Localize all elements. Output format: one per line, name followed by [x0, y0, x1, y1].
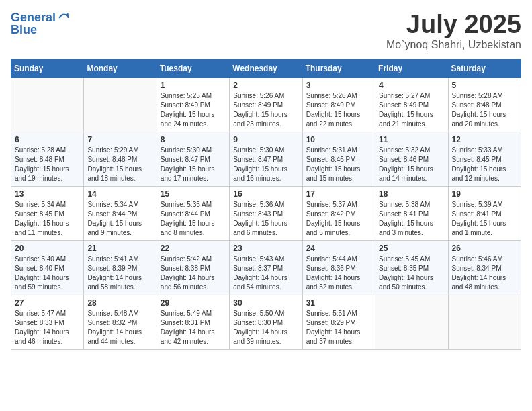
- calendar-cell: 14Sunrise: 5:34 AM Sunset: 8:44 PM Dayli…: [84, 186, 157, 240]
- calendar-cell: 30Sunrise: 5:50 AM Sunset: 8:30 PM Dayli…: [230, 295, 302, 349]
- calendar-cell: 9Sunrise: 5:30 AM Sunset: 8:47 PM Daylig…: [230, 132, 302, 186]
- day-number: 22: [161, 244, 226, 253]
- day-number: 9: [233, 135, 298, 144]
- calendar-cell: 20Sunrise: 5:40 AM Sunset: 8:40 PM Dayli…: [11, 240, 84, 295]
- calendar-cell: 1Sunrise: 5:25 AM Sunset: 8:49 PM Daylig…: [157, 77, 229, 132]
- calendar-cell: 2Sunrise: 5:26 AM Sunset: 8:49 PM Daylig…: [230, 77, 302, 132]
- day-number: 15: [161, 189, 226, 199]
- calendar-cell: 13Sunrise: 5:34 AM Sunset: 8:45 PM Dayli…: [11, 186, 84, 240]
- calendar-cell: 25Sunrise: 5:45 AM Sunset: 8:35 PM Dayli…: [375, 240, 448, 295]
- calendar-cell: [375, 295, 448, 349]
- logo-icon: [57, 11, 71, 25]
- day-number: 7: [87, 135, 152, 144]
- day-number: 25: [379, 244, 444, 253]
- calendar-cell: 21Sunrise: 5:41 AM Sunset: 8:39 PM Dayli…: [84, 240, 157, 295]
- cell-text: Sunrise: 5:34 AM Sunset: 8:45 PM Dayligh…: [15, 200, 80, 238]
- cell-text: Sunrise: 5:32 AM Sunset: 8:46 PM Dayligh…: [379, 146, 444, 183]
- cell-text: Sunrise: 5:50 AM Sunset: 8:30 PM Dayligh…: [233, 309, 298, 347]
- calendar-cell: 31Sunrise: 5:51 AM Sunset: 8:29 PM Dayli…: [302, 295, 375, 349]
- cell-text: Sunrise: 5:37 AM Sunset: 8:42 PM Dayligh…: [306, 200, 371, 238]
- calendar-table: SundayMondayTuesdayWednesdayThursdayFrid…: [11, 59, 521, 350]
- cell-text: Sunrise: 5:47 AM Sunset: 8:33 PM Dayligh…: [15, 309, 80, 347]
- calendar-cell: [84, 77, 157, 132]
- day-number: 28: [87, 298, 152, 308]
- cell-text: Sunrise: 5:27 AM Sunset: 8:49 PM Dayligh…: [379, 91, 444, 129]
- day-number: 26: [452, 244, 517, 253]
- day-number: 5: [452, 81, 517, 90]
- day-number: 24: [306, 244, 371, 253]
- cell-text: Sunrise: 5:39 AM Sunset: 8:41 PM Dayligh…: [452, 200, 517, 238]
- day-number: 14: [87, 189, 152, 199]
- calendar-row: 27Sunrise: 5:47 AM Sunset: 8:33 PM Dayli…: [11, 295, 521, 349]
- cell-text: Sunrise: 5:29 AM Sunset: 8:48 PM Dayligh…: [87, 146, 152, 183]
- day-number: 13: [15, 189, 80, 199]
- month-title: July 2025: [386, 11, 521, 39]
- day-number: 10: [306, 135, 371, 144]
- title-block: July 2025 Mo`ynoq Shahri, Uzbekistan: [386, 11, 521, 51]
- day-number: 11: [379, 135, 444, 144]
- cell-text: Sunrise: 5:34 AM Sunset: 8:44 PM Dayligh…: [87, 200, 152, 238]
- day-number: 8: [161, 135, 226, 144]
- calendar-cell: [448, 295, 521, 349]
- calendar-cell: 27Sunrise: 5:47 AM Sunset: 8:33 PM Dayli…: [11, 295, 84, 349]
- day-number: 30: [233, 298, 298, 308]
- day-number: 29: [161, 298, 226, 308]
- day-number: 2: [233, 81, 298, 90]
- day-number: 1: [161, 81, 226, 90]
- cell-text: Sunrise: 5:45 AM Sunset: 8:35 PM Dayligh…: [379, 255, 444, 292]
- calendar-cell: 6Sunrise: 5:28 AM Sunset: 8:48 PM Daylig…: [11, 132, 84, 186]
- cell-text: Sunrise: 5:48 AM Sunset: 8:32 PM Dayligh…: [87, 309, 152, 347]
- cell-text: Sunrise: 5:35 AM Sunset: 8:44 PM Dayligh…: [161, 200, 226, 238]
- cell-text: Sunrise: 5:31 AM Sunset: 8:46 PM Dayligh…: [306, 146, 371, 183]
- weekday-header: Monday: [84, 59, 157, 77]
- day-number: 12: [452, 135, 517, 144]
- cell-text: Sunrise: 5:38 AM Sunset: 8:41 PM Dayligh…: [379, 200, 444, 238]
- cell-text: Sunrise: 5:44 AM Sunset: 8:36 PM Dayligh…: [306, 255, 371, 292]
- day-number: 27: [15, 298, 80, 308]
- calendar-row: 1Sunrise: 5:25 AM Sunset: 8:49 PM Daylig…: [11, 77, 521, 132]
- cell-text: Sunrise: 5:26 AM Sunset: 8:49 PM Dayligh…: [306, 91, 371, 129]
- day-number: 4: [379, 81, 444, 90]
- calendar-cell: 19Sunrise: 5:39 AM Sunset: 8:41 PM Dayli…: [448, 186, 521, 240]
- cell-text: Sunrise: 5:42 AM Sunset: 8:38 PM Dayligh…: [161, 255, 226, 292]
- cell-text: Sunrise: 5:25 AM Sunset: 8:49 PM Dayligh…: [161, 91, 226, 129]
- calendar-cell: 8Sunrise: 5:30 AM Sunset: 8:47 PM Daylig…: [157, 132, 229, 186]
- cell-text: Sunrise: 5:33 AM Sunset: 8:45 PM Dayligh…: [452, 146, 517, 183]
- day-number: 16: [233, 189, 298, 199]
- day-number: 19: [452, 189, 517, 199]
- weekday-header: Sunday: [11, 59, 84, 77]
- cell-text: Sunrise: 5:30 AM Sunset: 8:47 PM Dayligh…: [161, 146, 226, 183]
- weekday-header: Saturday: [448, 59, 521, 77]
- cell-text: Sunrise: 5:36 AM Sunset: 8:43 PM Dayligh…: [233, 200, 298, 238]
- calendar-cell: 10Sunrise: 5:31 AM Sunset: 8:46 PM Dayli…: [302, 132, 375, 186]
- day-number: 31: [306, 298, 371, 308]
- weekday-header: Thursday: [302, 59, 375, 77]
- cell-text: Sunrise: 5:51 AM Sunset: 8:29 PM Dayligh…: [306, 309, 371, 347]
- cell-text: Sunrise: 5:28 AM Sunset: 8:48 PM Dayligh…: [15, 146, 80, 183]
- calendar-cell: 23Sunrise: 5:43 AM Sunset: 8:37 PM Dayli…: [230, 240, 302, 295]
- calendar-cell: 7Sunrise: 5:29 AM Sunset: 8:48 PM Daylig…: [84, 132, 157, 186]
- calendar-cell: 24Sunrise: 5:44 AM Sunset: 8:36 PM Dayli…: [302, 240, 375, 295]
- calendar-row: 13Sunrise: 5:34 AM Sunset: 8:45 PM Dayli…: [11, 186, 521, 240]
- day-number: 6: [15, 135, 80, 144]
- calendar-cell: 11Sunrise: 5:32 AM Sunset: 8:46 PM Dayli…: [375, 132, 448, 186]
- calendar-cell: 26Sunrise: 5:46 AM Sunset: 8:34 PM Dayli…: [448, 240, 521, 295]
- day-number: 21: [87, 244, 152, 253]
- calendar-cell: 28Sunrise: 5:48 AM Sunset: 8:32 PM Dayli…: [84, 295, 157, 349]
- calendar-cell: 22Sunrise: 5:42 AM Sunset: 8:38 PM Dayli…: [157, 240, 229, 295]
- cell-text: Sunrise: 5:40 AM Sunset: 8:40 PM Dayligh…: [15, 255, 80, 292]
- calendar-body: 1Sunrise: 5:25 AM Sunset: 8:49 PM Daylig…: [11, 77, 521, 349]
- page-header: General Blue July 2025 Mo`ynoq Shahri, U…: [11, 11, 521, 51]
- logo: General Blue: [11, 11, 71, 37]
- day-number: 23: [233, 244, 298, 253]
- calendar-cell: 29Sunrise: 5:49 AM Sunset: 8:31 PM Dayli…: [157, 295, 229, 349]
- location: Mo`ynoq Shahri, Uzbekistan: [386, 39, 521, 51]
- weekday-header: Tuesday: [157, 59, 229, 77]
- calendar-cell: 17Sunrise: 5:37 AM Sunset: 8:42 PM Dayli…: [302, 186, 375, 240]
- calendar-cell: 15Sunrise: 5:35 AM Sunset: 8:44 PM Dayli…: [157, 186, 229, 240]
- weekday-header: Friday: [375, 59, 448, 77]
- cell-text: Sunrise: 5:30 AM Sunset: 8:47 PM Dayligh…: [233, 146, 298, 183]
- calendar-cell: 3Sunrise: 5:26 AM Sunset: 8:49 PM Daylig…: [302, 77, 375, 132]
- calendar-row: 6Sunrise: 5:28 AM Sunset: 8:48 PM Daylig…: [11, 132, 521, 186]
- cell-text: Sunrise: 5:26 AM Sunset: 8:49 PM Dayligh…: [233, 91, 298, 129]
